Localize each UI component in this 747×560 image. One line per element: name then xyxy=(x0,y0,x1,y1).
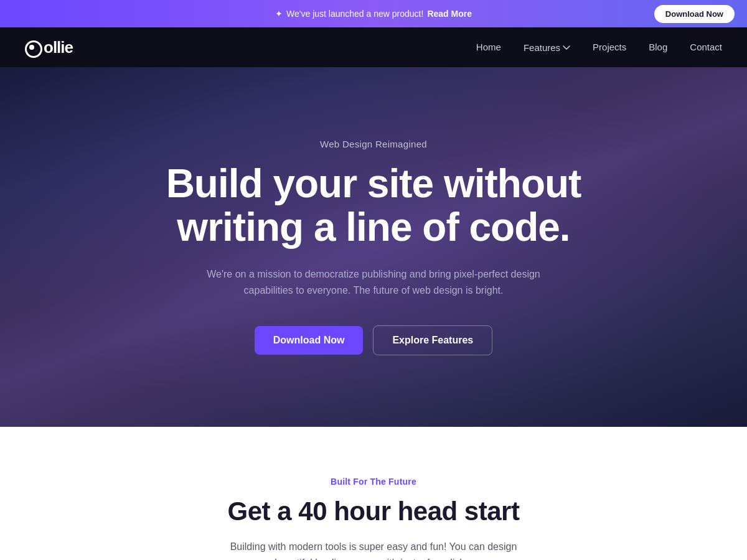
nav-link-features[interactable]: Features xyxy=(524,42,560,53)
explore-features-button[interactable]: Explore Features xyxy=(373,325,492,355)
features-description: Building with modern tools is super easy… xyxy=(212,539,535,560)
nav-item-features[interactable]: Features xyxy=(524,42,570,53)
features-tag: Built For The Future xyxy=(25,477,722,487)
hero-title: Build your site without writing a line o… xyxy=(166,162,581,250)
nav-link-projects[interactable]: Projects xyxy=(593,42,626,52)
nav-link-blog[interactable]: Blog xyxy=(649,42,667,52)
announcement-bar: ✦ We've just launched a new product! Rea… xyxy=(0,0,747,27)
navbar: ollie Home Features Projects Blog Contac… xyxy=(0,27,747,67)
nav-link-home[interactable]: Home xyxy=(476,42,501,52)
hero-subtitle: Web Design Reimagined xyxy=(166,139,581,149)
logo[interactable]: ollie xyxy=(25,38,73,57)
hero-buttons: Download Now Explore Features xyxy=(166,325,581,355)
nav-link-contact[interactable]: Contact xyxy=(690,42,722,52)
nav-item-projects[interactable]: Projects xyxy=(593,42,626,53)
features-section: Built For The Future Get a 40 hour head … xyxy=(0,427,747,560)
hero-title-line1: Build your site without xyxy=(166,161,581,206)
nav-item-home[interactable]: Home xyxy=(476,42,501,53)
chevron-down-icon xyxy=(563,45,570,50)
hero-title-line2: writing a line of code. xyxy=(177,205,570,250)
nav-item-blog[interactable]: Blog xyxy=(649,42,667,53)
announcement-icon: ✦ xyxy=(275,9,283,19)
announcement-download-button[interactable]: Download Now xyxy=(654,5,735,23)
announcement-link[interactable]: Read More xyxy=(427,9,472,19)
logo-icon xyxy=(25,40,42,54)
hero-description: We're on a mission to democratize publis… xyxy=(199,266,548,298)
hero-content: Web Design Reimagined Build your site wi… xyxy=(166,139,581,356)
features-title: Get a 40 hour head start xyxy=(25,497,722,526)
download-now-button[interactable]: Download Now xyxy=(255,326,364,355)
announcement-text: We've just launched a new product! xyxy=(286,9,423,19)
logo-text: ollie xyxy=(44,38,73,57)
nav-item-contact[interactable]: Contact xyxy=(690,42,722,53)
nav-links: Home Features Projects Blog Contact xyxy=(476,42,722,53)
hero-section: Web Design Reimagined Build your site wi… xyxy=(0,67,747,427)
